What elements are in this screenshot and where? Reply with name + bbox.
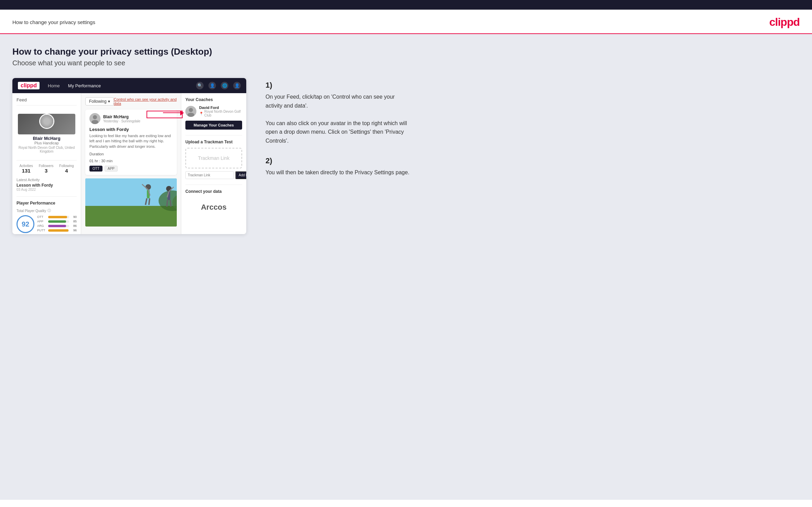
globe-icon[interactable]: 🌐	[221, 82, 228, 89]
header: How to change your privacy settings clip…	[0, 10, 812, 34]
tpq-bar-label: OTT	[37, 215, 47, 219]
tpq-bar-row: ARG 86	[37, 224, 77, 228]
app-feed: Following ▾ Control who can see your act…	[81, 93, 181, 234]
post-tags: OTT APP	[89, 166, 173, 172]
manage-coaches-button[interactable]: Manage Your Coaches	[185, 121, 242, 130]
page-title: How to change your privacy settings (Des…	[12, 46, 800, 57]
avatar-image	[40, 115, 53, 128]
coach-name: David Ford	[199, 106, 242, 110]
tpq-bar-bg	[48, 216, 69, 218]
stat-following-label: Following	[59, 164, 74, 168]
post-author-info: Blair McHarg Yesterday · Sunningdale	[103, 114, 140, 123]
tpq-bar-fill	[48, 229, 68, 232]
post-image	[85, 178, 177, 227]
profile-club: Royal North Devon Golf Club, United King…	[18, 146, 75, 153]
tpq-bar-fill	[48, 216, 67, 218]
stat-activities-label: Activities	[19, 164, 33, 168]
app-body: Feed Blair McHarg Plus Handicap Royal No…	[12, 93, 246, 234]
profile-stats: Activities 131 Followers 3 Following 4	[17, 160, 77, 174]
nav-item-home[interactable]: Home	[48, 83, 60, 88]
search-icon[interactable]: 🔍	[196, 82, 204, 89]
tpq-bar-row: PUTT 96	[37, 229, 77, 232]
following-button[interactable]: Following ▾	[85, 97, 114, 106]
post-author: Blair McHarg	[103, 114, 140, 119]
tpq-bar-label: APP	[37, 220, 47, 223]
coach-item: David Ford 📍 Royal North Devon Golf Club	[185, 106, 242, 117]
tpq-bar-label: ARG	[37, 224, 47, 228]
feed-header: Following ▾ Control who can see your act…	[85, 97, 177, 106]
post-desc: Looking to feel like my hands are exitin…	[89, 133, 173, 149]
user-icon[interactable]: 👤	[208, 82, 216, 89]
connect-section: Connect your data Arccos	[185, 185, 242, 217]
instructions: 1) On your Feed, click/tap on 'Control w…	[259, 78, 800, 188]
stat-followers: Followers 3	[39, 164, 54, 174]
app-demo: clippd Home My Performance 🔍 👤 🌐 👤 Feed	[12, 78, 246, 234]
top-bar	[0, 0, 812, 10]
golfer-scene	[85, 178, 177, 227]
chevron-down-icon: ▾	[108, 99, 110, 104]
pp-title: Player Performance	[17, 201, 77, 206]
stat-following-value: 4	[59, 168, 74, 174]
player-performance: Player Performance Total Player Quality …	[17, 196, 77, 233]
coaches-title: Your Coaches	[185, 97, 242, 102]
stat-activities-value: 131	[19, 168, 33, 174]
connect-title: Connect your data	[185, 189, 242, 194]
nav-item-performance[interactable]: My Performance	[68, 83, 101, 88]
svg-line-18	[170, 200, 171, 207]
avatar-icon[interactable]: 👤	[233, 82, 241, 89]
tpq-label: Total Player Quality ⓘ	[17, 208, 77, 213]
arccos-logo: Arccos	[185, 197, 242, 217]
page-subtitle: Choose what you want people to see	[12, 59, 800, 67]
svg-line-17	[167, 200, 167, 207]
arrow-head	[180, 111, 184, 115]
tag-ott: OTT	[89, 166, 102, 172]
post-header: Blair McHarg Yesterday · Sunningdale	[89, 113, 173, 124]
feed-tab[interactable]: Feed	[17, 97, 77, 106]
tpq-bar-bg	[48, 220, 69, 223]
add-link-button[interactable]: Add Link	[235, 171, 246, 179]
instruction-2-number: 2)	[266, 156, 800, 165]
post-card: Blair McHarg Yesterday · Sunningdale Les…	[85, 110, 177, 175]
stat-followers-label: Followers	[39, 164, 54, 168]
instruction-2-text: You will then be taken directly to the P…	[266, 168, 410, 177]
tpq-bars: OTT 90 APP 85 ARG 86	[37, 215, 77, 233]
tpq-bar-label: PUTT	[37, 229, 47, 232]
tag-app: APP	[105, 166, 118, 172]
stat-activities: Activities 131	[19, 164, 33, 174]
tpq-bar-row: OTT 90	[37, 215, 77, 219]
tpq-row: 92 OTT 90 APP 85 ARG	[17, 215, 77, 233]
tpq-bar-val: 86	[71, 224, 77, 228]
svg-point-2	[91, 120, 98, 124]
trackman-input-row: Add Link	[185, 171, 242, 179]
app-right-panel: Your Coaches David Ford 📍 Royal North De…	[181, 93, 246, 234]
latest-activity-label: Latest Activity	[17, 178, 77, 182]
control-link[interactable]: Control who can see your activity and da…	[114, 97, 177, 106]
coach-avatar	[185, 106, 196, 117]
svg-point-20	[189, 108, 193, 112]
nav-right: 🔍 👤 🌐 👤	[196, 82, 241, 89]
tpq-bar-row: APP 85	[37, 220, 77, 223]
location-icon: 📍	[199, 112, 203, 115]
post-title: Lesson with Fordy	[89, 127, 173, 132]
profile-name: Blair McHarg	[18, 136, 75, 141]
svg-point-21	[187, 113, 194, 117]
trackman-input[interactable]	[185, 171, 234, 179]
tpq-bar-fill	[48, 220, 66, 223]
svg-point-7	[145, 184, 151, 190]
tpq-bar-val: 85	[71, 220, 77, 223]
tpq-bar-val: 96	[71, 229, 77, 232]
header-title: How to change your privacy settings	[12, 19, 95, 25]
instruction-1-text: On your Feed, click/tap on 'Control who …	[266, 92, 410, 145]
logo: clippd	[769, 16, 800, 29]
stat-followers-value: 3	[39, 168, 54, 174]
trackman-title: Upload a Trackman Test	[185, 140, 242, 144]
svg-point-13	[166, 186, 172, 191]
tpq-bar-fill	[48, 225, 66, 227]
app-logo: clippd	[18, 82, 40, 89]
app-sidebar: Feed Blair McHarg Plus Handicap Royal No…	[12, 93, 81, 234]
main-content: How to change your privacy settings (Des…	[0, 34, 812, 500]
trackman-placeholder: Trackman Link	[185, 148, 242, 168]
post-avatar	[89, 113, 100, 124]
svg-line-12	[149, 198, 150, 205]
coach-club: 📍 Royal North Devon Golf Club	[199, 110, 242, 117]
